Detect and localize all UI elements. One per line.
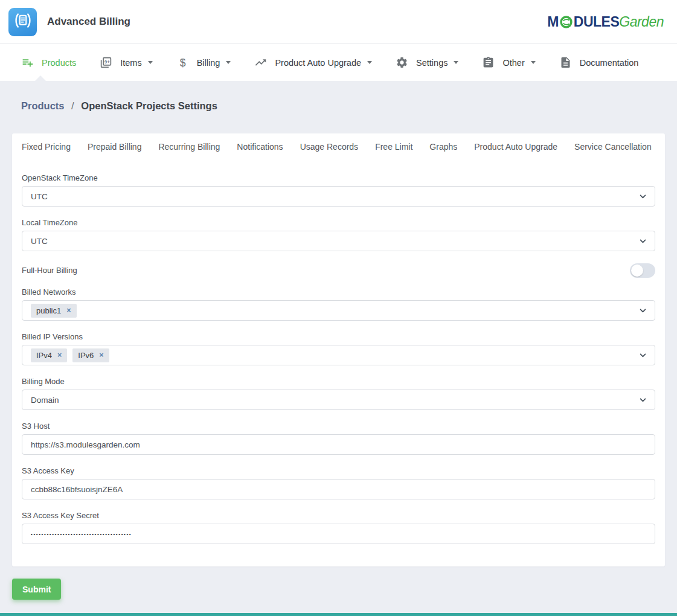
field-billed-ip-versions: Billed IP VersionsIPv4×IPv6× [22,332,655,365]
s3-access-key-secret-input[interactable]: •••••••••••••••••••••••••••••••••••••• [22,524,655,544]
s3-host-value: https://s3.modulesgarden.com [31,440,140,449]
billing-mode-value: Domain [31,396,59,405]
field-billing-mode: Billing ModeDomain [22,377,655,410]
tab-graphs[interactable]: Graphs [421,142,466,152]
field-label-s3-access-key-secret: S3 Access Key Secret [22,511,655,520]
brand-text-dules: DULES [574,15,619,29]
chip-remove-icon[interactable]: × [57,351,62,359]
breadcrumb-separator: / [71,100,74,111]
field-s3-access-key-secret: S3 Access Key Secret••••••••••••••••••••… [22,511,655,544]
breadcrumb-page: OpenStack Projects Settings [81,100,217,111]
nav-item-label: Products [42,58,76,68]
breadcrumb: Products / OpenStack Projects Settings [21,100,677,112]
chip-label: IPv4 [36,351,52,360]
page-title: Advanced Billing [47,16,130,28]
chevron-down-icon [454,61,458,64]
chevron-down-icon [226,61,231,64]
nav-item-label: Settings [416,58,448,68]
settings-card: Fixed PricingPrepaid BillingRecurring Bi… [12,133,665,566]
field-label-full-hour-billing: Full-Hour Billing [22,266,77,275]
field-billed-networks: Billed Networkspublic1× [22,287,655,321]
svg-text:9+: 9+ [104,59,110,65]
breadcrumb-section[interactable]: Products [21,100,65,111]
nav-item-label: Documentation [580,58,639,68]
brand-text-m: M [547,15,559,29]
settings-form: OpenStack TimeZoneUTCLocal TimeZoneUTCFu… [12,160,665,566]
brand-text-garden: Garden [619,15,664,29]
openstack-timezone-value: UTC [31,192,48,201]
field-label-openstack-timezone: OpenStack TimeZone [22,173,655,182]
field-openstack-timezone: OpenStack TimeZoneUTC [22,173,655,207]
filter-9-plus-icon: 9+ [100,56,112,69]
tab-recurring-billing[interactable]: Recurring Billing [150,142,228,152]
tab-product-auto-upgrade[interactable]: Product Auto Upgrade [466,142,566,152]
s3-access-key-secret-value: •••••••••••••••••••••••••••••••••••••• [31,531,132,537]
nav-item-label: Product Auto Upgrade [275,58,361,68]
chip-public1: public1× [31,304,77,318]
openstack-timezone-select[interactable]: UTC [22,186,655,207]
modulesgarden-logo: M DULES Garden [547,15,664,29]
tab-free-limit[interactable]: Free Limit [367,142,421,152]
billed-ip-versions-multiselect[interactable]: IPv4×IPv6× [22,345,655,365]
nav-item-label: Billing [197,58,220,68]
tab-service-cancellation[interactable]: Service Cancellation [566,142,660,152]
chevron-down-icon [531,61,536,64]
chip-remove-icon[interactable]: × [66,306,71,315]
field-label-s3-access-key: S3 Access Key [22,466,655,475]
settings-tabs: Fixed PricingPrepaid BillingRecurring Bi… [12,133,665,160]
tab-notifications[interactable]: Notifications [228,142,291,152]
chevron-down-icon [637,305,649,316]
nav-item-products[interactable]: Products [21,56,76,69]
nav-item-other[interactable]: Other [482,56,535,69]
app-logo [8,8,37,36]
billing-document-icon [13,10,33,33]
trending-up-icon [254,56,267,69]
field-full-hour-billing: Full-Hour Billing [22,263,655,278]
chip-ipv6: IPv6× [72,348,109,362]
submit-button[interactable]: Submit [12,579,61,600]
nav-item-settings[interactable]: Settings [396,56,458,69]
nav-item-product-auto-upgrade[interactable]: Product Auto Upgrade [254,56,372,69]
tab-fixed-pricing[interactable]: Fixed Pricing [13,142,79,152]
chip-label: IPv6 [78,351,94,360]
app-header: Advanced Billing M DULES Garden [0,0,677,44]
local-timezone-select[interactable]: UTC [22,231,655,251]
bottom-accent-bar [0,613,677,616]
nav-item-documentation[interactable]: Documentation [559,56,639,69]
toggle-knob [631,265,643,277]
s3-access-key-value: ccbb88c16bfsuoisjnZE6A [31,485,123,494]
s3-access-key-input[interactable]: ccbb88c16bfsuoisjnZE6A [22,479,655,499]
full-hour-billing-toggle[interactable] [630,263,655,278]
svg-text:$: $ [179,57,185,69]
field-label-local-timezone: Local TimeZone [22,218,655,227]
nav-item-items[interactable]: 9+Items [100,56,152,69]
chevron-down-icon [367,61,372,64]
s3-host-input[interactable]: https://s3.modulesgarden.com [22,434,655,455]
field-label-billed-networks: Billed Networks [22,287,655,297]
field-label-s3-host: S3 Host [22,422,655,431]
tab-prepaid-billing[interactable]: Prepaid Billing [79,142,150,152]
chip-remove-icon[interactable]: × [99,351,103,359]
local-timezone-value: UTC [31,237,48,246]
active-nav-pointer [35,75,46,81]
chevron-down-icon [637,394,649,406]
document-icon [559,56,572,69]
billing-mode-select[interactable]: Domain [22,390,655,410]
chip-label: public1 [36,306,61,315]
field-local-timezone: Local TimeZoneUTC [22,218,655,251]
globe-icon [559,15,573,29]
field-label-billing-mode: Billing Mode [22,377,655,386]
chip-ipv4: IPv4× [31,348,67,362]
main-nav: Products9+Items$BillingProduct Auto Upgr… [0,44,677,81]
tab-usage-records[interactable]: Usage Records [292,142,367,152]
field-s3-host: S3 Hosthttps://s3.modulesgarden.com [22,422,655,455]
chevron-down-icon [637,350,649,361]
chevron-down-icon [637,191,649,202]
dollar-icon: $ [176,56,189,69]
playlist-add-icon [21,56,34,69]
chevron-down-icon [637,236,649,247]
billed-networks-multiselect[interactable]: public1× [22,300,655,321]
nav-item-label: Items [120,58,141,68]
nav-item-billing[interactable]: $Billing [176,56,231,69]
field-label-billed-ip-versions: Billed IP Versions [22,332,655,341]
